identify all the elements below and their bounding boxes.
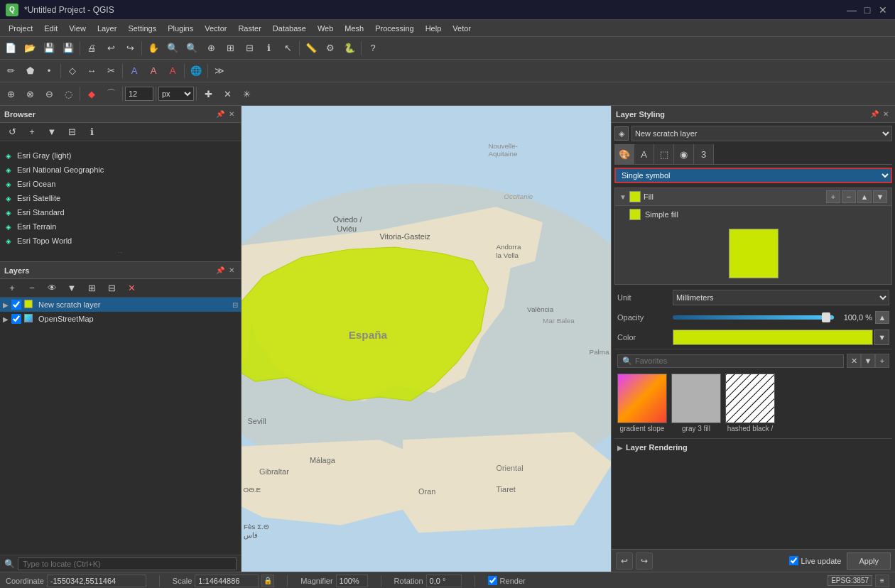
color-bar[interactable] bbox=[673, 330, 873, 345]
move-feature-button[interactable]: ↔ bbox=[82, 62, 101, 80]
favorites-menu-button[interactable]: ▼ bbox=[861, 354, 875, 368]
menu-view[interactable]: View bbox=[63, 23, 92, 34]
save-as-button[interactable]: 💾 bbox=[59, 40, 77, 57]
menu-vetor[interactable]: Vetor bbox=[447, 23, 477, 34]
unit-select[interactable]: Millimeters bbox=[673, 290, 889, 305]
browser-pin-icon[interactable]: 📌 bbox=[215, 109, 225, 119]
zoom-in-button[interactable]: 🔍 bbox=[163, 40, 182, 57]
close-button[interactable]: ✕ bbox=[877, 4, 889, 16]
add-symbol-button[interactable]: + bbox=[826, 190, 840, 203]
styling-tab-mask[interactable]: ⬚ bbox=[654, 144, 674, 164]
browser-refresh-button[interactable]: ↺ bbox=[3, 124, 21, 141]
save-button[interactable]: 💾 bbox=[40, 40, 58, 57]
render-checkbox[interactable] bbox=[488, 576, 497, 585]
star-button[interactable]: ✳ bbox=[237, 85, 256, 102]
favorites-search-input[interactable] bbox=[635, 356, 839, 365]
vertex-tool-button[interactable]: ◇ bbox=[63, 62, 82, 80]
symbol-type-select[interactable]: Single symbol bbox=[614, 168, 892, 183]
locate-input[interactable] bbox=[18, 557, 237, 570]
undo-button[interactable]: ↩ bbox=[102, 40, 120, 57]
browser-item-3[interactable]: ◈ Esri Satellite bbox=[0, 191, 241, 205]
remove-symbol-button[interactable]: − bbox=[842, 190, 856, 203]
print-button[interactable]: 🖨 bbox=[82, 40, 101, 57]
red-indicator[interactable]: ◆ bbox=[82, 85, 101, 102]
styling-tab-paint[interactable]: 🎨 bbox=[614, 144, 634, 164]
styling-tab-label[interactable]: A bbox=[634, 144, 654, 164]
menu-edit[interactable]: Edit bbox=[38, 23, 63, 34]
layer-remove2-button[interactable]: ✕ bbox=[122, 280, 141, 297]
osm-button[interactable]: 🌐 bbox=[187, 62, 205, 80]
identify-button[interactable]: ℹ bbox=[259, 40, 278, 57]
snap-button[interactable]: ⊕ bbox=[1, 85, 20, 102]
menu-processing[interactable]: Processing bbox=[369, 23, 419, 34]
magnifier-input[interactable] bbox=[336, 575, 368, 587]
browser-info-button[interactable]: ℹ bbox=[82, 124, 101, 141]
snap3-button[interactable]: ⊖ bbox=[40, 85, 58, 102]
add-polygon-button[interactable]: ⬟ bbox=[21, 62, 39, 80]
color-dropdown-button[interactable]: ▼ bbox=[874, 330, 889, 345]
styling-layer-select[interactable]: New scratch layer bbox=[631, 126, 892, 141]
fav-item-2[interactable]: hashed black / bbox=[725, 374, 775, 432]
redo-styling-button[interactable]: ↪ bbox=[636, 552, 653, 570]
layer-expand-button[interactable]: ⊞ bbox=[82, 280, 101, 297]
fav-item-0[interactable]: gradient slope bbox=[617, 374, 667, 432]
apply-button[interactable]: Apply bbox=[847, 552, 891, 570]
epsg-more-button[interactable]: ≡ bbox=[875, 575, 889, 587]
more-tools-button[interactable]: ≫ bbox=[210, 62, 229, 80]
label-button[interactable]: A bbox=[125, 62, 143, 80]
layers-close-icon[interactable]: ✕ bbox=[227, 266, 237, 276]
python-button[interactable]: 🐍 bbox=[340, 40, 359, 57]
pan-button[interactable]: ✋ bbox=[144, 40, 163, 57]
scale-lock-button[interactable]: 🔒 bbox=[261, 575, 274, 587]
snap4-button[interactable]: ◌ bbox=[59, 85, 77, 102]
digitize-unit-select[interactable]: px mm bbox=[158, 87, 194, 101]
help-button[interactable]: ? bbox=[364, 40, 382, 57]
layer-collapse-button[interactable]: ⊟ bbox=[102, 280, 121, 297]
select-button[interactable]: ↖ bbox=[278, 40, 297, 57]
label2-button[interactable]: A bbox=[144, 62, 163, 80]
browser-item-4[interactable]: ◈ Esri Standard bbox=[0, 205, 241, 219]
epsg-button[interactable]: EPSG:3857 bbox=[828, 575, 872, 586]
move-up-button[interactable]: ▲ bbox=[857, 190, 872, 203]
curve-button[interactable]: ⌒ bbox=[102, 85, 120, 102]
zoom-select-button[interactable]: ⊟ bbox=[240, 40, 259, 57]
map-area[interactable]: Nouvelle- Aquitaine Occitanie Oviedo / U… bbox=[242, 106, 611, 572]
menu-raster[interactable]: Raster bbox=[232, 23, 266, 34]
simple-fill-row[interactable]: Simple fill bbox=[615, 206, 891, 223]
browser-filter-button[interactable]: ▼ bbox=[43, 124, 61, 141]
x-button[interactable]: ✕ bbox=[218, 85, 237, 102]
minimize-button[interactable]: — bbox=[845, 4, 858, 16]
browser-add-button[interactable]: + bbox=[23, 124, 41, 141]
layer-visibility-1[interactable] bbox=[11, 314, 21, 324]
styling-tab-3d[interactable]: 3 bbox=[694, 144, 714, 164]
browser-close-icon[interactable]: ✕ bbox=[227, 109, 237, 119]
live-update-label[interactable]: Live update bbox=[789, 556, 842, 565]
layer-visibility-0[interactable] bbox=[11, 300, 21, 310]
favorites-clear-button[interactable]: ✕ bbox=[847, 354, 861, 368]
menu-settings[interactable]: Settings bbox=[122, 23, 162, 34]
zoom-full-button[interactable]: ⊕ bbox=[202, 40, 220, 57]
layer-item-0[interactable]: ▶ New scratch layer ⊟ bbox=[0, 298, 241, 312]
browser-item-2[interactable]: ◈ Esri Ocean bbox=[0, 177, 241, 191]
undo-styling-button[interactable]: ↩ bbox=[616, 552, 633, 570]
menu-project[interactable]: Project bbox=[3, 23, 38, 34]
styling-close-icon[interactable]: ✕ bbox=[881, 109, 891, 119]
menu-database[interactable]: Database bbox=[267, 23, 312, 34]
delete-part-button[interactable]: ✂ bbox=[102, 62, 120, 80]
redo-button[interactable]: ↪ bbox=[121, 40, 139, 57]
fav-item-1[interactable]: gray 3 fill bbox=[671, 374, 721, 432]
menu-plugins[interactable]: Plugins bbox=[162, 23, 199, 34]
browser-panel-header[interactable]: Browser 📌 ✕ bbox=[0, 106, 241, 123]
menu-help[interactable]: Help bbox=[420, 23, 448, 34]
opacity-slider[interactable] bbox=[673, 315, 834, 320]
styling-pin-icon[interactable]: 📌 bbox=[869, 109, 879, 119]
edit-features-button[interactable]: ✏ bbox=[1, 62, 20, 80]
browser-item-6[interactable]: ◈ Esri Topo World bbox=[0, 234, 241, 248]
layer-filter-button[interactable]: ▼ bbox=[63, 280, 81, 297]
browser-item-5[interactable]: ◈ Esri Terrain bbox=[0, 219, 241, 234]
layer-visibility-button[interactable]: 👁 bbox=[43, 280, 61, 297]
layer-remove-button[interactable]: − bbox=[23, 280, 41, 297]
menu-mesh[interactable]: Mesh bbox=[339, 23, 369, 34]
move-down-button[interactable]: ▼ bbox=[873, 190, 887, 203]
menu-layer[interactable]: Layer bbox=[92, 23, 123, 34]
